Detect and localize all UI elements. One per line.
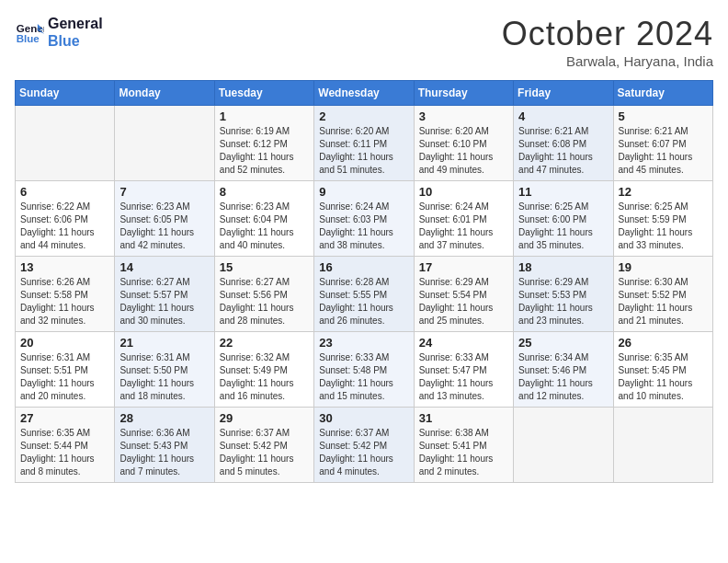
week-row-4: 27Sunrise: 6:35 AM Sunset: 5:44 PM Dayli… [16, 408, 713, 483]
calendar-cell: 22Sunrise: 6:32 AM Sunset: 5:49 PM Dayli… [214, 332, 313, 408]
logo-line1: General [48, 15, 103, 32]
day-info: Sunrise: 6:25 AM Sunset: 6:00 PM Dayligh… [518, 201, 608, 252]
day-number: 31 [419, 411, 508, 425]
day-number: 21 [119, 336, 209, 350]
day-info: Sunrise: 6:29 AM Sunset: 5:54 PM Dayligh… [419, 276, 508, 327]
day-number: 26 [619, 336, 708, 350]
day-info: Sunrise: 6:29 AM Sunset: 5:53 PM Dayligh… [518, 276, 608, 327]
day-number: 30 [319, 411, 408, 425]
logo: General Blue General Blue [15, 15, 103, 50]
day-number: 3 [419, 109, 508, 123]
day-info: Sunrise: 6:31 AM Sunset: 5:51 PM Dayligh… [20, 351, 109, 403]
calendar-cell [16, 106, 115, 181]
day-number: 1 [220, 109, 309, 123]
calendar-cell: 9Sunrise: 6:24 AM Sunset: 6:03 PM Daylig… [314, 181, 414, 257]
day-info: Sunrise: 6:32 AM Sunset: 5:49 PM Dayligh… [220, 351, 309, 403]
day-info: Sunrise: 6:21 AM Sunset: 6:07 PM Dayligh… [619, 125, 708, 177]
logo-text-block: General Blue [48, 15, 103, 50]
calendar-cell: 24Sunrise: 6:33 AM Sunset: 5:47 PM Dayli… [414, 332, 513, 408]
day-info: Sunrise: 6:19 AM Sunset: 6:12 PM Dayligh… [220, 125, 309, 177]
week-row-1: 6Sunrise: 6:22 AM Sunset: 6:06 PM Daylig… [16, 181, 713, 257]
day-number: 10 [419, 185, 508, 199]
calendar-cell: 1Sunrise: 6:19 AM Sunset: 6:12 PM Daylig… [214, 106, 313, 181]
day-number: 14 [119, 260, 209, 274]
day-info: Sunrise: 6:23 AM Sunset: 6:05 PM Dayligh… [119, 201, 209, 252]
calendar-cell: 21Sunrise: 6:31 AM Sunset: 5:50 PM Dayli… [115, 332, 214, 408]
day-info: Sunrise: 6:35 AM Sunset: 5:44 PM Dayligh… [20, 427, 109, 478]
logo-line2: Blue [48, 32, 103, 50]
calendar-cell [514, 408, 613, 483]
calendar-cell [613, 408, 712, 483]
day-number: 15 [220, 260, 309, 274]
day-info: Sunrise: 6:22 AM Sunset: 6:06 PM Dayligh… [20, 201, 109, 252]
day-info: Sunrise: 6:25 AM Sunset: 5:59 PM Dayligh… [619, 201, 708, 252]
calendar-table: SundayMondayTuesdayWednesdayThursdayFrid… [15, 80, 713, 483]
day-number: 16 [319, 260, 408, 274]
calendar-cell: 14Sunrise: 6:27 AM Sunset: 5:57 PM Dayli… [115, 257, 214, 332]
calendar-cell: 27Sunrise: 6:35 AM Sunset: 5:44 PM Dayli… [16, 408, 115, 483]
day-number: 6 [20, 185, 109, 199]
calendar-cell: 3Sunrise: 6:20 AM Sunset: 6:10 PM Daylig… [414, 106, 513, 181]
calendar-cell: 28Sunrise: 6:36 AM Sunset: 5:43 PM Dayli… [115, 408, 214, 483]
calendar-cell: 23Sunrise: 6:33 AM Sunset: 5:48 PM Dayli… [314, 332, 414, 408]
calendar-cell: 11Sunrise: 6:25 AM Sunset: 6:00 PM Dayli… [514, 181, 613, 257]
day-number: 20 [20, 336, 109, 350]
week-row-3: 20Sunrise: 6:31 AM Sunset: 5:51 PM Dayli… [16, 332, 713, 408]
calendar-cell: 6Sunrise: 6:22 AM Sunset: 6:06 PM Daylig… [16, 181, 115, 257]
header-day-sunday: Sunday [16, 81, 115, 106]
day-info: Sunrise: 6:20 AM Sunset: 6:10 PM Dayligh… [419, 125, 508, 177]
calendar-cell: 10Sunrise: 6:24 AM Sunset: 6:01 PM Dayli… [414, 181, 513, 257]
calendar-cell: 30Sunrise: 6:37 AM Sunset: 5:42 PM Dayli… [314, 408, 414, 483]
svg-text:Blue: Blue [17, 33, 40, 44]
header-day-friday: Friday [514, 81, 613, 106]
day-number: 24 [419, 336, 508, 350]
day-info: Sunrise: 6:30 AM Sunset: 5:52 PM Dayligh… [619, 276, 708, 327]
day-number: 12 [619, 185, 708, 199]
day-number: 19 [619, 260, 708, 274]
day-number: 13 [20, 260, 109, 274]
title-block: October 2024 Barwala, Haryana, India [502, 15, 713, 69]
calendar-cell: 5Sunrise: 6:21 AM Sunset: 6:07 PM Daylig… [613, 106, 712, 181]
day-number: 18 [518, 260, 608, 274]
day-number: 29 [220, 411, 309, 425]
day-info: Sunrise: 6:27 AM Sunset: 5:56 PM Dayligh… [220, 276, 309, 327]
header-day-wednesday: Wednesday [314, 81, 414, 106]
day-info: Sunrise: 6:34 AM Sunset: 5:46 PM Dayligh… [518, 351, 608, 403]
day-number: 23 [319, 336, 408, 350]
calendar-cell: 25Sunrise: 6:34 AM Sunset: 5:46 PM Dayli… [514, 332, 613, 408]
day-number: 4 [518, 109, 608, 123]
calendar-cell: 29Sunrise: 6:37 AM Sunset: 5:42 PM Dayli… [214, 408, 313, 483]
calendar-cell: 26Sunrise: 6:35 AM Sunset: 5:45 PM Dayli… [613, 332, 712, 408]
day-info: Sunrise: 6:20 AM Sunset: 6:11 PM Dayligh… [319, 125, 408, 177]
day-number: 25 [518, 336, 608, 350]
day-info: Sunrise: 6:28 AM Sunset: 5:55 PM Dayligh… [319, 276, 408, 327]
day-info: Sunrise: 6:24 AM Sunset: 6:03 PM Dayligh… [319, 201, 408, 252]
day-info: Sunrise: 6:24 AM Sunset: 6:01 PM Dayligh… [419, 201, 508, 252]
day-info: Sunrise: 6:33 AM Sunset: 5:47 PM Dayligh… [419, 351, 508, 403]
day-number: 11 [518, 185, 608, 199]
calendar-header: SundayMondayTuesdayWednesdayThursdayFrid… [16, 81, 713, 106]
day-info: Sunrise: 6:37 AM Sunset: 5:42 PM Dayligh… [220, 427, 309, 478]
day-info: Sunrise: 6:21 AM Sunset: 6:08 PM Dayligh… [518, 125, 608, 177]
day-info: Sunrise: 6:35 AM Sunset: 5:45 PM Dayligh… [619, 351, 708, 403]
calendar-cell: 20Sunrise: 6:31 AM Sunset: 5:51 PM Dayli… [16, 332, 115, 408]
calendar-cell: 12Sunrise: 6:25 AM Sunset: 5:59 PM Dayli… [613, 181, 712, 257]
day-number: 9 [319, 185, 408, 199]
calendar-cell: 8Sunrise: 6:23 AM Sunset: 6:04 PM Daylig… [214, 181, 313, 257]
calendar-cell: 7Sunrise: 6:23 AM Sunset: 6:05 PM Daylig… [115, 181, 214, 257]
day-number: 28 [119, 411, 209, 425]
week-row-2: 13Sunrise: 6:26 AM Sunset: 5:58 PM Dayli… [16, 257, 713, 332]
day-info: Sunrise: 6:31 AM Sunset: 5:50 PM Dayligh… [119, 351, 209, 403]
header-day-thursday: Thursday [414, 81, 513, 106]
day-info: Sunrise: 6:27 AM Sunset: 5:57 PM Dayligh… [119, 276, 209, 327]
day-info: Sunrise: 6:23 AM Sunset: 6:04 PM Dayligh… [220, 201, 309, 252]
logo-icon: General Blue [15, 17, 44, 47]
header-day-monday: Monday [115, 81, 214, 106]
calendar-cell: 18Sunrise: 6:29 AM Sunset: 5:53 PM Dayli… [514, 257, 613, 332]
calendar-cell: 17Sunrise: 6:29 AM Sunset: 5:54 PM Dayli… [414, 257, 513, 332]
page-header: General Blue General Blue October 2024 B… [15, 15, 713, 69]
header-day-tuesday: Tuesday [214, 81, 313, 106]
header-day-saturday: Saturday [613, 81, 712, 106]
day-info: Sunrise: 6:26 AM Sunset: 5:58 PM Dayligh… [20, 276, 109, 327]
day-number: 8 [220, 185, 309, 199]
